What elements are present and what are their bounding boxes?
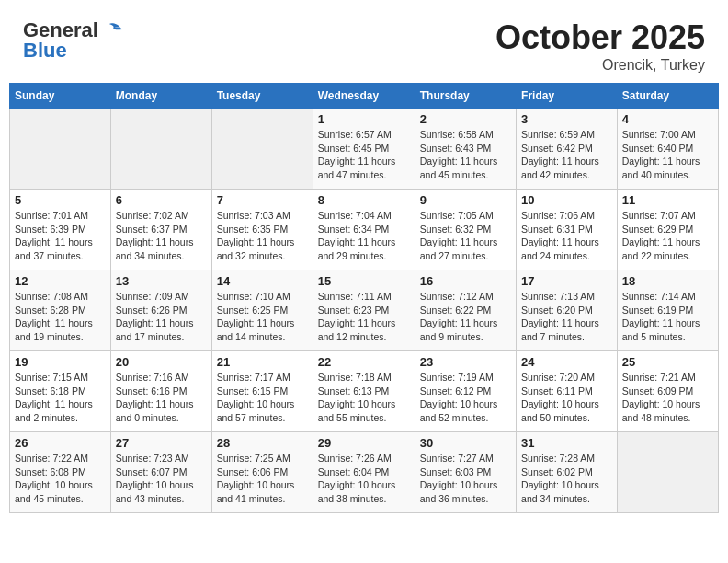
day-number: 11 — [622, 193, 713, 207]
day-info: Sunrise: 7:00 AM Sunset: 6:40 PM Dayligh… — [622, 128, 713, 182]
day-number: 10 — [521, 193, 612, 207]
calendar-cell: 22Sunrise: 7:18 AM Sunset: 6:13 PM Dayli… — [313, 351, 415, 432]
calendar-cell: 1Sunrise: 6:57 AM Sunset: 6:45 PM Daylig… — [313, 109, 415, 190]
calendar-week-3: 12Sunrise: 7:08 AM Sunset: 6:28 PM Dayli… — [10, 270, 719, 351]
calendar-cell: 7Sunrise: 7:03 AM Sunset: 6:35 PM Daylig… — [211, 190, 313, 270]
calendar-cell — [211, 109, 313, 190]
day-number: 5 — [15, 193, 106, 207]
calendar-cell: 29Sunrise: 7:26 AM Sunset: 6:04 PM Dayli… — [313, 432, 415, 513]
day-info: Sunrise: 7:11 AM Sunset: 6:23 PM Dayligh… — [318, 290, 410, 344]
day-number: 23 — [420, 355, 511, 369]
day-number: 20 — [116, 355, 207, 369]
month-title: October 2025 — [495, 18, 705, 57]
day-info: Sunrise: 7:02 AM Sunset: 6:37 PM Dayligh… — [116, 209, 207, 263]
calendar-cell: 18Sunrise: 7:14 AM Sunset: 6:19 PM Dayli… — [617, 270, 718, 351]
day-info: Sunrise: 7:23 AM Sunset: 6:07 PM Dayligh… — [116, 452, 207, 506]
title-block: October 2025 Orencik, Turkey — [495, 18, 705, 74]
day-number: 3 — [521, 112, 612, 126]
day-number: 9 — [420, 193, 511, 207]
day-info: Sunrise: 7:14 AM Sunset: 6:19 PM Dayligh… — [622, 290, 713, 344]
calendar-cell: 14Sunrise: 7:10 AM Sunset: 6:25 PM Dayli… — [211, 270, 313, 351]
day-number: 7 — [217, 193, 308, 207]
weekday-header-saturday: Saturday — [617, 84, 718, 109]
day-number: 31 — [521, 436, 612, 450]
calendar-week-5: 26Sunrise: 7:22 AM Sunset: 6:08 PM Dayli… — [10, 432, 719, 513]
day-info: Sunrise: 7:19 AM Sunset: 6:12 PM Dayligh… — [420, 371, 511, 425]
weekday-header-row: SundayMondayTuesdayWednesdayThursdayFrid… — [10, 84, 719, 109]
weekday-header-friday: Friday — [517, 84, 618, 109]
calendar-cell: 15Sunrise: 7:11 AM Sunset: 6:23 PM Dayli… — [313, 270, 415, 351]
day-info: Sunrise: 7:28 AM Sunset: 6:02 PM Dayligh… — [521, 452, 612, 506]
day-number: 4 — [622, 112, 713, 126]
calendar-cell — [10, 109, 111, 190]
logo-blue-text: Blue — [23, 39, 67, 63]
day-number: 28 — [217, 436, 308, 450]
day-info: Sunrise: 7:18 AM Sunset: 6:13 PM Dayligh… — [318, 371, 410, 425]
day-info: Sunrise: 7:27 AM Sunset: 6:03 PM Dayligh… — [420, 452, 511, 506]
day-number: 25 — [622, 355, 713, 369]
day-number: 6 — [116, 193, 207, 207]
day-info: Sunrise: 6:57 AM Sunset: 6:45 PM Dayligh… — [318, 128, 410, 182]
day-info: Sunrise: 6:58 AM Sunset: 6:43 PM Dayligh… — [420, 128, 511, 182]
day-info: Sunrise: 7:17 AM Sunset: 6:15 PM Dayligh… — [217, 371, 308, 425]
day-number: 8 — [318, 193, 410, 207]
day-info: Sunrise: 7:08 AM Sunset: 6:28 PM Dayligh… — [15, 290, 106, 344]
weekday-header-wednesday: Wednesday — [313, 84, 415, 109]
day-number: 19 — [15, 355, 106, 369]
day-number: 16 — [420, 274, 511, 288]
calendar-cell: 4Sunrise: 7:00 AM Sunset: 6:40 PM Daylig… — [617, 109, 718, 190]
calendar-week-1: 1Sunrise: 6:57 AM Sunset: 6:45 PM Daylig… — [10, 109, 719, 190]
calendar-cell: 19Sunrise: 7:15 AM Sunset: 6:18 PM Dayli… — [10, 351, 111, 432]
page-header: General Blue October 2025 Orencik, Turke… — [9, 9, 719, 78]
calendar-cell: 28Sunrise: 7:25 AM Sunset: 6:06 PM Dayli… — [211, 432, 313, 513]
calendar-cell: 11Sunrise: 7:07 AM Sunset: 6:29 PM Dayli… — [617, 190, 718, 270]
calendar-cell: 9Sunrise: 7:05 AM Sunset: 6:32 PM Daylig… — [415, 190, 516, 270]
day-number: 26 — [15, 436, 106, 450]
day-info: Sunrise: 7:25 AM Sunset: 6:06 PM Dayligh… — [217, 452, 308, 506]
weekday-header-thursday: Thursday — [415, 84, 516, 109]
day-info: Sunrise: 7:13 AM Sunset: 6:20 PM Dayligh… — [521, 290, 612, 344]
logo: General Blue — [23, 18, 122, 63]
day-number: 21 — [217, 355, 308, 369]
weekday-header-monday: Monday — [110, 84, 211, 109]
calendar-cell: 27Sunrise: 7:23 AM Sunset: 6:07 PM Dayli… — [110, 432, 211, 513]
calendar-cell: 6Sunrise: 7:02 AM Sunset: 6:37 PM Daylig… — [110, 190, 211, 270]
calendar-cell: 24Sunrise: 7:20 AM Sunset: 6:11 PM Dayli… — [517, 351, 618, 432]
day-info: Sunrise: 7:05 AM Sunset: 6:32 PM Dayligh… — [420, 209, 511, 263]
calendar-cell: 25Sunrise: 7:21 AM Sunset: 6:09 PM Dayli… — [617, 351, 718, 432]
day-info: Sunrise: 7:15 AM Sunset: 6:18 PM Dayligh… — [15, 371, 106, 425]
calendar-cell — [617, 432, 718, 513]
calendar-cell — [110, 109, 211, 190]
day-number: 18 — [622, 274, 713, 288]
day-info: Sunrise: 7:03 AM Sunset: 6:35 PM Dayligh… — [217, 209, 308, 263]
day-number: 29 — [318, 436, 410, 450]
calendar-cell: 21Sunrise: 7:17 AM Sunset: 6:15 PM Dayli… — [211, 351, 313, 432]
calendar-cell: 23Sunrise: 7:19 AM Sunset: 6:12 PM Dayli… — [415, 351, 516, 432]
calendar-cell: 10Sunrise: 7:06 AM Sunset: 6:31 PM Dayli… — [517, 190, 618, 270]
day-info: Sunrise: 7:09 AM Sunset: 6:26 PM Dayligh… — [116, 290, 207, 344]
day-info: Sunrise: 7:20 AM Sunset: 6:11 PM Dayligh… — [521, 371, 612, 425]
calendar-table: SundayMondayTuesdayWednesdayThursdayFrid… — [9, 83, 719, 513]
day-info: Sunrise: 7:21 AM Sunset: 6:09 PM Dayligh… — [622, 371, 713, 425]
day-number: 27 — [116, 436, 207, 450]
day-number: 30 — [420, 436, 511, 450]
calendar-cell: 13Sunrise: 7:09 AM Sunset: 6:26 PM Dayli… — [110, 270, 211, 351]
calendar-week-4: 19Sunrise: 7:15 AM Sunset: 6:18 PM Dayli… — [10, 351, 719, 432]
calendar-cell: 20Sunrise: 7:16 AM Sunset: 6:16 PM Dayli… — [110, 351, 211, 432]
calendar-week-2: 5Sunrise: 7:01 AM Sunset: 6:39 PM Daylig… — [10, 190, 719, 270]
day-number: 12 — [15, 274, 106, 288]
day-info: Sunrise: 7:22 AM Sunset: 6:08 PM Dayligh… — [15, 452, 106, 506]
day-info: Sunrise: 7:12 AM Sunset: 6:22 PM Dayligh… — [420, 290, 511, 344]
day-info: Sunrise: 6:59 AM Sunset: 6:42 PM Dayligh… — [521, 128, 612, 182]
calendar-cell: 12Sunrise: 7:08 AM Sunset: 6:28 PM Dayli… — [10, 270, 111, 351]
calendar-cell: 26Sunrise: 7:22 AM Sunset: 6:08 PM Dayli… — [10, 432, 111, 513]
day-number: 24 — [521, 355, 612, 369]
day-info: Sunrise: 7:06 AM Sunset: 6:31 PM Dayligh… — [521, 209, 612, 263]
calendar-cell: 16Sunrise: 7:12 AM Sunset: 6:22 PM Dayli… — [415, 270, 516, 351]
day-info: Sunrise: 7:10 AM Sunset: 6:25 PM Dayligh… — [217, 290, 308, 344]
calendar-cell: 8Sunrise: 7:04 AM Sunset: 6:34 PM Daylig… — [313, 190, 415, 270]
day-info: Sunrise: 7:16 AM Sunset: 6:16 PM Dayligh… — [116, 371, 207, 425]
day-number: 15 — [318, 274, 410, 288]
location-title: Orencik, Turkey — [495, 57, 705, 74]
day-info: Sunrise: 7:01 AM Sunset: 6:39 PM Dayligh… — [15, 209, 106, 263]
